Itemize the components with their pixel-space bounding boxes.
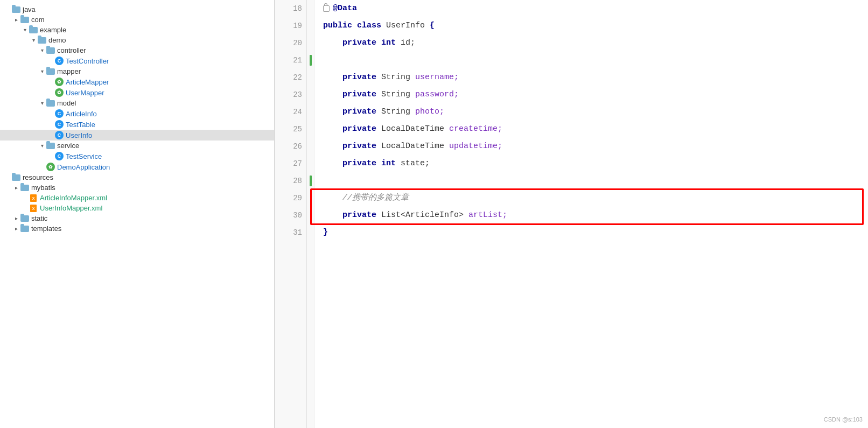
code-token: state; bbox=[401, 155, 430, 172]
lock-icon bbox=[323, 5, 330, 12]
gutter-mark bbox=[307, 190, 314, 207]
line-number: 30 bbox=[279, 207, 302, 224]
code-token: password; bbox=[415, 86, 459, 103]
folder-icon bbox=[20, 17, 29, 23]
line-number: 21 bbox=[279, 52, 302, 69]
gutter-mark bbox=[307, 224, 314, 241]
code-token: private bbox=[342, 86, 381, 103]
folder-icon bbox=[12, 6, 20, 13]
gutter-mark bbox=[307, 69, 314, 86]
tree-item-label: TestController bbox=[66, 57, 109, 65]
tree-item-TestController[interactable]: CTestController bbox=[0, 55, 274, 66]
chevron-icon: ▸ bbox=[13, 226, 19, 231]
tree-item-demo[interactable]: ▾demo bbox=[0, 35, 274, 45]
code-line bbox=[323, 172, 859, 190]
tree-item-mapper[interactable]: ▾mapper bbox=[0, 66, 274, 76]
tree-item-ArticleInfoMapper.xml[interactable]: ArticleInfoMapper.xml bbox=[0, 193, 274, 203]
line-number: 19 bbox=[279, 17, 302, 34]
folder-icon bbox=[20, 185, 29, 191]
folder-icon bbox=[12, 174, 20, 181]
tree-item-java[interactable]: java bbox=[0, 4, 274, 15]
code-editor: 1819202122232425262728293031 @Datapublic… bbox=[275, 0, 868, 428]
code-line: private LocalDateTime updatetime; bbox=[323, 138, 859, 155]
tree-item-label: DemoApplication bbox=[57, 163, 110, 171]
tree-item-service[interactable]: ▾service bbox=[0, 141, 274, 151]
gutter-mark bbox=[307, 17, 314, 34]
gutter-mark bbox=[307, 121, 314, 138]
code-token: int bbox=[381, 155, 401, 172]
tree-item-label: mapper bbox=[57, 67, 81, 75]
line-number: 26 bbox=[279, 138, 302, 155]
line-number: 31 bbox=[279, 224, 302, 241]
code-token: int bbox=[381, 34, 401, 52]
tree-item-ArticleInfo[interactable]: CArticleInfo bbox=[0, 108, 274, 119]
tree-item-label: demo bbox=[48, 36, 66, 44]
tree-item-TestTable[interactable]: CTestTable bbox=[0, 119, 274, 130]
gutter-mark bbox=[307, 103, 314, 121]
code-token: username; bbox=[415, 69, 459, 86]
tree-item-TestService[interactable]: CTestService bbox=[0, 151, 274, 162]
folder-icon bbox=[20, 215, 29, 222]
code-token: private bbox=[342, 155, 381, 172]
code-token: artList; bbox=[468, 207, 507, 224]
line-number: 23 bbox=[279, 86, 302, 103]
folder-icon bbox=[46, 68, 55, 75]
tree-item-label: service bbox=[57, 142, 79, 150]
tree-item-example[interactable]: ▾example bbox=[0, 25, 274, 35]
class-c-icon: C bbox=[55, 57, 64, 65]
code-token: private bbox=[342, 34, 381, 52]
tree-item-resources[interactable]: resources bbox=[0, 172, 274, 183]
gutter-mark bbox=[307, 0, 314, 17]
tree-item-static[interactable]: ▸static bbox=[0, 213, 274, 223]
line-number: 24 bbox=[279, 103, 302, 121]
tree-item-label: static bbox=[31, 214, 47, 222]
tree-item-ArticleMapper[interactable]: ✿ArticleMapper bbox=[0, 76, 274, 87]
code-line: private String username; bbox=[323, 69, 859, 86]
tree-item-model[interactable]: ▾model bbox=[0, 98, 274, 108]
code-token: String bbox=[381, 69, 415, 86]
code-token: private bbox=[342, 103, 381, 121]
tree-item-controller[interactable]: ▾controller bbox=[0, 45, 274, 55]
folder-icon bbox=[46, 47, 55, 54]
tree-item-UserMapper[interactable]: ✿UserMapper bbox=[0, 87, 274, 98]
gutter-mark bbox=[307, 172, 314, 190]
code-token bbox=[323, 138, 342, 155]
tree-item-com[interactable]: ▸com bbox=[0, 15, 274, 25]
code-token: private bbox=[342, 207, 381, 224]
tree-item-DemoApplication[interactable]: ✿DemoApplication bbox=[0, 162, 274, 172]
tree-item-label: mybatis bbox=[31, 184, 55, 192]
code-line: //携带的多篇文章 bbox=[323, 190, 859, 207]
tree-item-mybatis[interactable]: ▸mybatis bbox=[0, 183, 274, 193]
chevron-icon: ▾ bbox=[39, 68, 45, 74]
code-lines: @Datapublic class UserInfo { private int… bbox=[314, 0, 868, 428]
code-token bbox=[323, 69, 342, 86]
line-number: 22 bbox=[279, 69, 302, 86]
code-area: 1819202122232425262728293031 @Datapublic… bbox=[275, 0, 868, 428]
tree-item-UserInfoMapper.xml[interactable]: UserInfoMapper.xml bbox=[0, 203, 274, 213]
chevron-icon: ▾ bbox=[39, 143, 45, 149]
code-token: List<ArticleInfo> bbox=[381, 207, 468, 224]
gutter-change-mark bbox=[310, 176, 312, 186]
code-token: public class bbox=[323, 17, 386, 34]
code-token bbox=[323, 34, 342, 52]
gutter-mark bbox=[307, 155, 314, 172]
line-numbers: 1819202122232425262728293031 bbox=[275, 0, 307, 428]
code-token: String bbox=[381, 103, 415, 121]
chevron-icon: ▾ bbox=[39, 100, 45, 106]
gutter-column bbox=[307, 0, 314, 428]
class-c-icon: C bbox=[55, 131, 64, 139]
code-token: { bbox=[430, 17, 435, 34]
tree-item-label: UserInfo bbox=[66, 131, 92, 139]
tree-item-templates[interactable]: ▸templates bbox=[0, 223, 274, 234]
tree-item-UserInfo[interactable]: CUserInfo bbox=[0, 130, 274, 141]
class-c-icon: C bbox=[55, 109, 64, 118]
code-line bbox=[323, 52, 859, 69]
tree-item-label: ArticleInfoMapper.xml bbox=[40, 194, 107, 202]
chevron-icon: ▾ bbox=[39, 47, 45, 53]
code-token bbox=[323, 155, 342, 172]
folder-icon bbox=[46, 100, 55, 107]
code-token: photo; bbox=[415, 103, 444, 121]
code-token: private bbox=[342, 69, 381, 86]
xml-icon bbox=[29, 205, 38, 212]
code-token bbox=[323, 121, 342, 138]
